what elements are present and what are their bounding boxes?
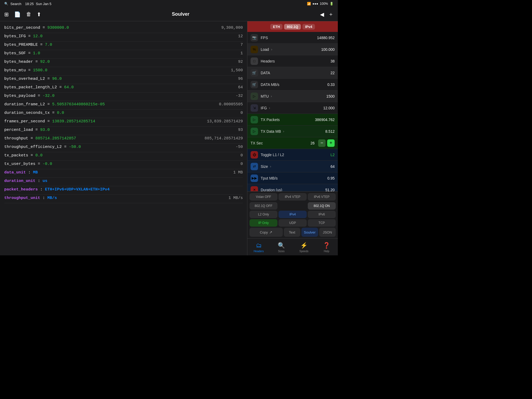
mtu-icon: ▷ — [251, 93, 258, 100]
headers-label: Headers — [261, 59, 330, 63]
metric-row-ifg[interactable]: ⇲IFG ›12.000 — [247, 102, 338, 114]
metric-row-data-mbs[interactable]: 🛒DATA MB/s0.33 — [247, 79, 338, 90]
udp-button[interactable]: UDP — [279, 219, 306, 227]
tx-packets-value: 386904.762 — [315, 118, 335, 122]
document-icon[interactable]: 📄 — [14, 11, 21, 18]
calc-result: 92 — [190, 60, 243, 64]
calc-result: 1 MB/s — [190, 196, 243, 200]
load-icon: % — [251, 46, 258, 53]
json-button[interactable]: JSON — [319, 228, 336, 237]
ipv6-button[interactable]: IPv6 — [308, 211, 336, 218]
main-container: bits_per_second = 9300000.09,300,000byte… — [0, 21, 338, 255]
expr-sep: : — [35, 179, 43, 183]
sidebar-toggle-button[interactable]: ⊞ — [4, 11, 9, 18]
tcp-button[interactable]: TCP — [308, 219, 336, 227]
expr-value: 7.0 — [45, 43, 52, 47]
chevron-right-icon: › — [283, 130, 284, 133]
headers-icon: □ — [251, 57, 258, 65]
ipv6-vtep-button[interactable]: IPv6 VTEP — [308, 193, 336, 201]
expr-equals: = — [26, 34, 33, 39]
tab-headers[interactable]: 🗂 Headers — [247, 242, 270, 253]
battery-icon: 🔋 — [330, 2, 334, 6]
nav-icons-left: ⊞ 📄 🗑 ⬆ — [4, 11, 41, 18]
calc-result: 1,500 — [190, 68, 243, 73]
txsec-label: TX Sec — [251, 141, 309, 145]
toggle-l1-l2-label: Toggle L1 / L2 — [261, 153, 330, 157]
text-button[interactable]: Text — [284, 228, 300, 237]
expr-keyword: throughput_efficiency_L2 — [4, 145, 62, 149]
status-left: 🔍 Search 18:25 Sun Jan 5 — [4, 2, 51, 6]
expr-label: packet_headers — [4, 187, 38, 192]
calc-line: throughput = 885714.2857142857885,714.28… — [4, 135, 243, 144]
expr-value: 0.0 — [57, 111, 64, 115]
metric-row-toggle-l1-l2[interactable]: ⏻Toggle L1 / L2L2 — [247, 149, 338, 161]
metric-row-tx-packets[interactable]: ▷TX Packets386904.762 — [247, 114, 338, 126]
expr-value: 93.0 — [40, 128, 50, 132]
tab-sizes[interactable]: 🔍 Sizes — [270, 242, 293, 253]
expr-value: 96.0 — [52, 77, 62, 81]
expr-keyword: tx_packets — [4, 153, 28, 158]
ip-only-button[interactable]: IP Only — [250, 219, 277, 227]
expr-keyword: bytes_overhead_L2 — [4, 77, 45, 81]
share-icon[interactable]: ⬆ — [37, 11, 41, 18]
metric-row-data[interactable]: 🛒DATA22 — [247, 67, 338, 79]
app-title: Soulver — [41, 11, 320, 17]
copy-button[interactable]: Copy ↗ — [250, 228, 283, 237]
expr-value: -0.0 — [43, 162, 52, 166]
copy-label: Copy — [260, 230, 268, 234]
metric-row-tx-data-mb[interactable]: ▷TX Data MB ›8.512 — [247, 126, 338, 137]
txsec-plus-button[interactable]: + — [327, 139, 335, 147]
back-button[interactable]: ◀ — [320, 11, 324, 18]
expr-equals: = — [35, 162, 43, 166]
vxlan-off-button[interactable]: Vxlan OFF — [250, 193, 277, 201]
tab-speeds[interactable]: ⚡ Speeds — [293, 242, 315, 253]
search-icon: 🔍 — [4, 2, 8, 6]
wifi-icon: 📶 — [307, 2, 311, 6]
expr-keyword: throughput — [4, 136, 28, 141]
8021q-off-button[interactable]: 802.1Q OFF — [250, 202, 277, 210]
l2-only-button[interactable]: L2 Only — [250, 211, 277, 218]
battery-label: 100% — [320, 2, 328, 6]
expr-keyword: duration_seconds_tx — [4, 111, 50, 115]
top-nav: ⊞ 📄 🗑 ⬆ Soulver ◀ ＋ — [0, 7, 338, 21]
data-mbs-icon: 🛒 — [251, 81, 258, 88]
proto-tab-8021q[interactable]: 802.1Q — [284, 24, 301, 30]
metric-row-tput-mbs[interactable]: ▶▶Tput MB/s0.95 — [247, 172, 338, 184]
soulver-button[interactable]: Soulver — [301, 228, 318, 237]
calc-line: bytes_header = 92.092 — [4, 59, 243, 67]
add-button[interactable]: ＋ — [328, 11, 334, 18]
metric-row-duration-us[interactable]: ✕Duration (us)51.20 — [247, 184, 338, 191]
tab-help[interactable]: ❓ Help — [315, 242, 338, 253]
calc-line: duration_unit : us — [4, 178, 243, 186]
load-label: Load › — [261, 47, 321, 52]
mtu-value: 1500 — [326, 94, 335, 98]
expr-equals: = — [26, 68, 33, 73]
headers-tab-label: Headers — [254, 250, 264, 253]
help-tab-icon: ❓ — [323, 242, 330, 249]
calc-line: bytes_IFG = 12.012 — [4, 33, 243, 41]
expr-value: 1500.0 — [33, 68, 47, 73]
ipv4-button[interactable]: IPv4 — [279, 211, 306, 218]
txsec-minus-button[interactable]: − — [318, 139, 326, 147]
txsec-value: 26 — [309, 141, 317, 145]
proto-tab-eth[interactable]: ETH — [270, 24, 282, 30]
8021q-on-button[interactable]: 802.1Q ON — [308, 202, 336, 210]
expr-equals: = — [26, 51, 33, 56]
metric-row-size[interactable]: ⇄Size ›64 — [247, 161, 338, 172]
trash-icon[interactable]: 🗑 — [26, 11, 31, 17]
metric-row-fps[interactable]: 📷FPS14880.952 — [247, 32, 338, 44]
calc-line: frames_per_second = 13839.28571428571413… — [4, 118, 243, 127]
toggle-l1-l2-value: L2 — [330, 153, 335, 157]
metric-row-load[interactable]: %Load ›100.000 — [247, 44, 338, 55]
calc-result: 93 — [190, 128, 243, 132]
calc-result: 1 — [190, 51, 243, 56]
expr-keyword: tx_user_bytes — [4, 162, 35, 166]
proto-tab-ipv4[interactable]: IPv4 — [302, 24, 315, 30]
calc-line: bits_per_second = 9300000.09,300,000 — [4, 24, 243, 33]
expr-sep: : — [26, 170, 33, 175]
metric-row-mtu[interactable]: ▷MTU ›1500 — [247, 90, 338, 102]
tx-packets-label: TX Packets — [261, 118, 315, 122]
metric-row-headers[interactable]: □Headers38 — [247, 55, 338, 67]
tx-data-mb-value: 8.512 — [325, 129, 335, 134]
ipv4-vtep-button[interactable]: IPv4 VTEP — [279, 193, 306, 201]
